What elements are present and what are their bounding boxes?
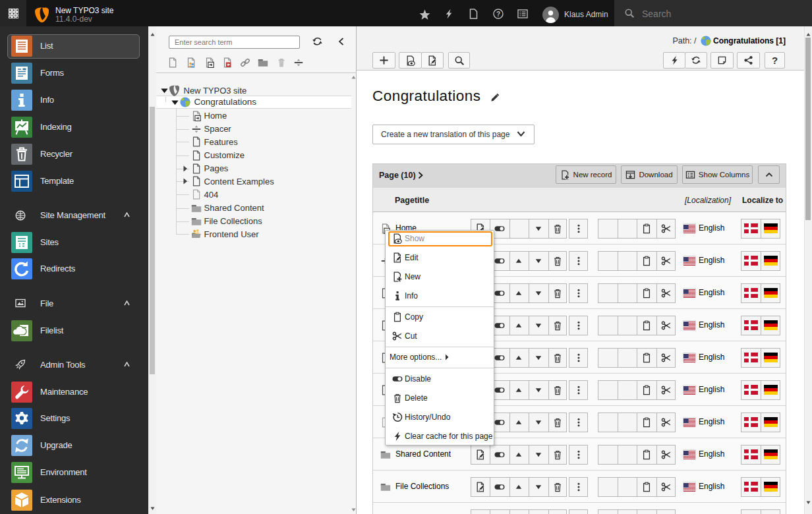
svg-text:?: ? xyxy=(496,11,500,18)
